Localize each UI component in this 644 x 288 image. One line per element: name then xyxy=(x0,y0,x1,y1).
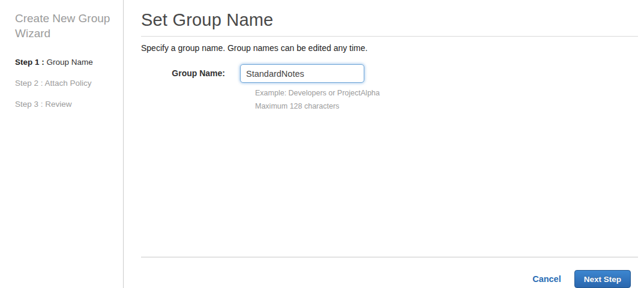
hint-max-characters: Maximum 128 characters xyxy=(255,100,638,113)
page-title: Set Group Name xyxy=(141,10,638,30)
sidebar-step-attach-policy: Step 2 : Attach Policy xyxy=(15,79,111,88)
wizard-footer: Cancel Next Step xyxy=(141,257,638,288)
step-prefix: Step 1 : xyxy=(15,58,44,67)
next-step-button[interactable]: Next Step xyxy=(574,270,631,288)
step-label: Group Name xyxy=(47,58,93,67)
step-label: Attach Policy xyxy=(45,79,92,88)
step-prefix: Step 3 : xyxy=(15,100,43,109)
group-name-hints: Example: Developers or ProjectAlpha Maxi… xyxy=(255,87,638,113)
sidebar-step-review: Step 3 : Review xyxy=(15,100,111,109)
wizard-title: Create New Group Wizard xyxy=(15,11,111,41)
content-spacer xyxy=(141,113,638,257)
hint-example: Example: Developers or ProjectAlpha xyxy=(255,87,638,100)
wizard-sidebar: Create New Group Wizard Step 1 : Group N… xyxy=(0,0,124,288)
sidebar-step-group-name: Step 1 : Group Name xyxy=(15,58,111,67)
wizard-steps: Step 1 : Group Name Step 2 : Attach Poli… xyxy=(15,58,111,109)
step-label: Review xyxy=(45,100,71,109)
main-panel: Set Group Name Specify a group name. Gro… xyxy=(141,0,638,288)
title-divider xyxy=(141,36,638,37)
create-group-wizard-page: Create New Group Wizard Step 1 : Group N… xyxy=(0,0,644,288)
group-name-label: Group Name: xyxy=(141,64,240,78)
page-description: Specify a group name. Group names can be… xyxy=(141,43,638,53)
group-name-form-row: Group Name: xyxy=(141,64,638,83)
cancel-button[interactable]: Cancel xyxy=(532,274,561,284)
step-prefix: Step 2 : xyxy=(15,79,43,88)
group-name-input[interactable] xyxy=(240,64,364,83)
